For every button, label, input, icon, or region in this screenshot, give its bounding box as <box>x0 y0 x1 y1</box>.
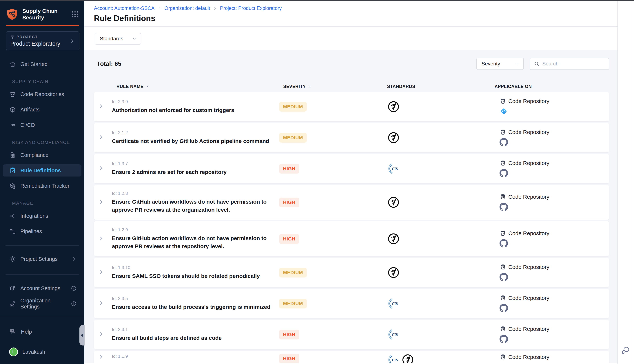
table-row[interactable]: Id: 2.3.9Authorization not enforced for … <box>94 92 609 121</box>
rule-id: Id: 2.3.9 <box>112 99 279 104</box>
sidebar-item-label: Get Started <box>20 61 48 67</box>
expand-row-chevron-icon[interactable] <box>98 331 104 337</box>
search-box <box>530 58 609 70</box>
owasp-standard-icon <box>388 196 400 208</box>
table-row[interactable]: Id: 1.1.9HIGHCode Repository <box>94 351 609 363</box>
cube-icon <box>9 106 16 113</box>
sort-both-icon <box>308 84 312 88</box>
sidebar-item-label: Remediation Tracker <box>20 183 70 189</box>
brand-accent-rule <box>6 25 79 26</box>
github-icon <box>500 273 508 281</box>
chevron-right-icon <box>157 6 161 10</box>
sidebar-item-label: Pipelines <box>20 228 42 234</box>
sidebar-item-label: Account Settings <box>20 285 60 292</box>
expand-row-chevron-icon[interactable] <box>98 134 104 140</box>
page-header: Account: Automation-SSCA Organization: d… <box>84 0 617 27</box>
breadcrumb-account-link[interactable]: Account: Automation-SSCA <box>94 6 154 11</box>
info-icon[interactable] <box>71 301 77 307</box>
sidebar-item-code-repositories[interactable]: Code Repositories <box>3 88 82 100</box>
sidebar: Supply Chain Security PROJECT Product Ex… <box>0 0 84 364</box>
table-row[interactable]: Id: 2.3.5Ensure access to the build proc… <box>94 289 609 318</box>
rule-name: Authorization not enforced for custom tr… <box>112 106 277 114</box>
severity-badge: MEDIUM <box>279 268 307 278</box>
breadcrumb-project-link[interactable]: Project: Product Exploratory <box>220 6 281 11</box>
table-row[interactable]: Id: 1.2.9Ensure GitHub action workflows … <box>94 222 609 256</box>
help-chat-icon <box>9 328 17 336</box>
table-row[interactable]: Id: 1.3.7Ensure 2 admins are set for eac… <box>94 154 609 183</box>
sidebar-item-organization-settings[interactable]: Organization Settings <box>3 298 82 310</box>
supply-chain-security-logo-icon <box>6 8 18 20</box>
avatar: L <box>9 348 18 356</box>
rule-name: Certificate not verified by GitHub Actio… <box>112 137 277 145</box>
expand-row-chevron-icon[interactable] <box>98 103 104 109</box>
support-chat-icon[interactable] <box>621 346 630 355</box>
project-selector[interactable]: PROJECT Product Exploratory <box>6 31 79 50</box>
expand-row-chevron-icon[interactable] <box>98 300 104 306</box>
chevron-down-icon <box>132 36 137 41</box>
sidebar-item-remediation-tracker[interactable]: Remediation Tracker <box>3 180 82 192</box>
applicable-on-label: Code Repository <box>508 194 549 200</box>
table-row[interactable]: Id: 1.2.8Ensure GitHub action workflows … <box>94 185 609 220</box>
rule-id: Id: 2.3.5 <box>112 296 279 301</box>
sidebar-item-get-started[interactable]: Get Started <box>3 58 82 70</box>
sidebar-item-account-settings[interactable]: Account Settings <box>3 282 82 294</box>
total-count: Total: 65 <box>97 60 121 67</box>
project-label: PROJECT <box>17 35 38 39</box>
search-icon <box>534 61 539 66</box>
rule-id: Id: 1.2.9 <box>112 227 279 232</box>
collapse-arrow-icon <box>81 333 83 337</box>
info-icon[interactable] <box>71 285 77 291</box>
sidebar-item-artifacts[interactable]: Artifacts <box>3 104 82 116</box>
rule-id: Id: 1.1.9 <box>112 354 279 359</box>
column-header-rule-name[interactable]: RULE NAME <box>112 84 279 89</box>
integrations-icon <box>9 212 16 220</box>
standards-dropdown[interactable]: Standards <box>95 33 141 44</box>
sidebar-item-pipelines[interactable]: Pipelines <box>3 225 82 237</box>
app-switcher-grid-icon[interactable] <box>71 10 79 18</box>
sidebar-nav: Get StartedSUPPLY CHAINCode Repositories… <box>0 58 84 237</box>
sidebar-divider <box>6 245 79 246</box>
user-menu[interactable]: L Lavakush <box>3 346 82 358</box>
rule-id: Id: 1.2.8 <box>112 191 279 196</box>
applicable-on-label: Code Repository <box>508 295 549 301</box>
expand-row-chevron-icon[interactable] <box>98 236 104 242</box>
org-chart-gear-icon <box>9 300 16 307</box>
chevron-right-icon <box>213 6 217 10</box>
github-icon <box>500 239 508 248</box>
breadcrumb-organization-link[interactable]: Organization: default <box>164 6 210 11</box>
sidebar-item-label: Rule Definitions <box>20 168 61 174</box>
expand-row-chevron-icon[interactable] <box>98 165 104 171</box>
owasp-standard-icon <box>388 132 400 144</box>
harness-code-icon <box>500 107 508 116</box>
table-row[interactable]: Id: 2.1.2Certificate not verified by Git… <box>94 123 609 152</box>
project-name: Product Exploratory <box>10 40 70 47</box>
applicable-on-label: Code Repository <box>508 326 549 332</box>
app-title: Supply Chain Security <box>22 8 67 21</box>
cis-standard-icon <box>388 162 400 175</box>
column-header-severity[interactable]: SEVERITY <box>279 84 369 89</box>
expand-row-chevron-icon[interactable] <box>98 354 104 360</box>
sidebar-item-project-settings[interactable]: Project Settings <box>3 253 82 265</box>
sidebar-item-label: Organization Settings <box>20 298 62 310</box>
rule-id: Id: 1.3.7 <box>112 161 279 166</box>
code-repository-icon <box>500 160 506 166</box>
expand-row-chevron-icon[interactable] <box>98 269 104 275</box>
app-logo-row: Supply Chain Security <box>0 0 84 21</box>
sidebar-item-cicd[interactable]: CI/CD <box>3 119 82 131</box>
sidebar-item-help[interactable]: Help <box>3 326 82 338</box>
sidebar-collapse-handle[interactable] <box>79 325 85 346</box>
severity-badge: MEDIUM <box>279 299 307 308</box>
table-row[interactable]: Id: 2.3.1Ensure all build steps are defi… <box>94 320 609 349</box>
sidebar-divider <box>6 274 79 274</box>
sort-desc-icon <box>146 84 150 88</box>
sidebar-item-compliance[interactable]: Compliance <box>3 149 82 161</box>
code-repository-icon <box>500 326 506 332</box>
table-row[interactable]: Id: 1.3.10Ensure SAML SSO tokens should … <box>94 258 609 287</box>
sidebar-item-integrations[interactable]: Integrations <box>3 210 82 222</box>
expand-row-chevron-icon[interactable] <box>98 199 104 205</box>
sidebar-item-rule-definitions[interactable]: Rule Definitions <box>3 164 82 176</box>
severity-filter-dropdown[interactable]: Severity <box>476 58 524 70</box>
gear-icon <box>9 256 16 262</box>
code-repository-icon <box>500 194 506 200</box>
search-input[interactable] <box>542 61 605 67</box>
